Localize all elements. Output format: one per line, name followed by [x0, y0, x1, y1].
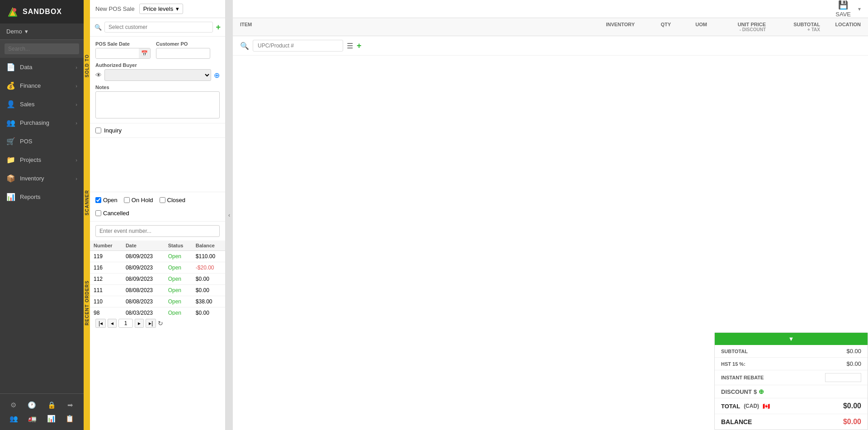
logout-icon[interactable]: ➡ — [67, 401, 73, 409]
authorized-buyer-label: Authorized Buyer — [95, 62, 220, 68]
instant-rebate-input[interactable] — [825, 373, 861, 382]
user-menu[interactable]: Demo ▾ — [0, 24, 84, 40]
last-page-button[interactable]: ▸| — [146, 319, 156, 328]
settings-icon[interactable]: ⚙ — [10, 401, 16, 409]
expand-icon[interactable]: ▾ — [858, 6, 861, 12]
pos-sale-date-input[interactable]: 2023-08-09 — [96, 48, 139, 58]
notes-group: Notes — [95, 85, 220, 118]
notes-textarea[interactable] — [95, 91, 220, 118]
sidebar-item-purchasing[interactable]: 👥 Purchasing › — [0, 113, 84, 132]
next-page-button[interactable]: ▸ — [135, 319, 144, 328]
username: Demo — [6, 28, 22, 35]
col-balance: Balance — [192, 241, 225, 251]
chart-icon[interactable]: 📊 — [47, 415, 56, 423]
status-cancelled-checkbox[interactable] — [95, 210, 101, 216]
panel-collapse-handle[interactable]: ‹ — [226, 0, 233, 430]
first-page-button[interactable]: |◂ — [95, 319, 106, 328]
chevron-right-icon-sales: › — [75, 102, 77, 107]
new-pos-sale-title: New POS Sale — [95, 5, 135, 12]
status-closed-checkbox[interactable] — [160, 197, 165, 203]
page-number-input[interactable] — [118, 319, 133, 328]
col-status: Status — [165, 241, 192, 251]
status-onhold-filter[interactable]: On Hold — [124, 197, 153, 203]
product-search-input[interactable] — [253, 40, 343, 52]
lock-icon[interactable]: 🔒 — [47, 401, 56, 409]
balance-value: $0.00 — [843, 418, 861, 426]
add-item-button[interactable]: + — [357, 41, 362, 51]
add-customer-button[interactable]: + — [216, 23, 221, 32]
col-date: Date — [122, 241, 165, 251]
save-icon: 💾 — [838, 0, 848, 10]
table-row[interactable]: 119 08/09/2023 Open $110.00 — [90, 251, 225, 262]
notes-label: Notes — [95, 85, 220, 90]
sidebar-item-label-inventory: Inventory — [20, 175, 44, 182]
order-balance: $0.00 — [192, 307, 225, 316]
customer-po-input[interactable] — [156, 48, 210, 59]
add-buyer-button[interactable]: ⊕ — [214, 71, 220, 80]
table-row[interactable]: 116 08/09/2023 Open -$20.00 — [90, 262, 225, 274]
col-qty: QTY — [635, 22, 671, 32]
sidebar-item-finance[interactable]: 💰 Finance › — [0, 76, 84, 95]
sidebar: SANDBOX Demo ▾ 📄 Data › 💰 Finance › 👤 Sa… — [0, 0, 84, 430]
calendar-icon[interactable]: 📅 — [139, 48, 150, 58]
menu-icon[interactable]: ☰ — [347, 42, 353, 50]
col-subtotal: SUBTOTAL + TAX — [766, 22, 820, 32]
order-balance: $0.00 — [192, 274, 225, 285]
status-cancelled-filter[interactable]: Cancelled — [95, 210, 129, 217]
prev-page-button[interactable]: ◂ — [108, 319, 117, 328]
pos-icon: 🛒 — [6, 137, 15, 146]
eye-icon[interactable]: 👁 — [95, 71, 102, 79]
sidebar-item-label-projects: Projects — [20, 156, 41, 163]
sold-to-form: POS Sale Date 2023-08-09 📅 Customer PO A… — [90, 37, 225, 123]
refresh-icon[interactable]: ↻ — [158, 320, 163, 327]
customer-search-input[interactable] — [104, 22, 213, 33]
sidebar-item-inventory[interactable]: 📦 Inventory › — [0, 169, 84, 188]
truck-icon[interactable]: 🚛 — [28, 415, 37, 423]
sidebar-item-data[interactable]: 📄 Data › — [0, 58, 84, 76]
inquiry-checkbox[interactable] — [95, 128, 101, 133]
price-level-dropdown[interactable]: Price levels ▾ — [139, 4, 183, 14]
status-open-checkbox[interactable] — [95, 197, 101, 203]
order-number: 98 — [90, 307, 122, 316]
sidebar-item-pos[interactable]: 🛒 POS — [0, 132, 84, 151]
total-row: TOTAL (CAD) 🇨🇦 $0.00 — [715, 398, 868, 414]
col-location: LOCATION — [820, 22, 861, 32]
sidebar-item-reports[interactable]: 📊 Reports — [0, 188, 84, 206]
sidebar-item-sales[interactable]: 👤 Sales › — [0, 95, 84, 113]
customer-search-icon: 🔍 — [94, 24, 102, 31]
authorized-buyer-select[interactable] — [104, 69, 211, 81]
sidebar-item-projects[interactable]: 📁 Projects › — [0, 151, 84, 169]
table-row[interactable]: 112 08/09/2023 Open $0.00 — [90, 274, 225, 285]
status-closed-filter[interactable]: Closed — [160, 197, 185, 203]
order-balance: $38.00 — [192, 296, 225, 307]
left-panel-top-bar: New POS Sale Price levels ▾ — [90, 0, 225, 18]
status-filter-bar: Open On Hold Closed Cancelled — [90, 192, 225, 222]
save-button[interactable]: 💾 SAVE — [832, 0, 854, 19]
chevron-right-icon-inventory: › — [75, 176, 77, 181]
total-value: $0.00 — [843, 402, 861, 410]
customer-po-group: Customer PO — [156, 41, 210, 59]
event-number-input[interactable] — [95, 225, 220, 237]
table-row[interactable]: 111 08/08/2023 Open $0.00 — [90, 285, 225, 296]
col-uom: UOM — [671, 22, 707, 32]
order-date: 08/09/2023 — [122, 251, 165, 262]
item-table-header: ITEM INVENTORY QTY UOM UNIT PRICE - DISC… — [233, 18, 868, 36]
customer-search-bar: 🔍 + — [90, 18, 225, 37]
chevron-right-icon-projects: › — [75, 157, 77, 163]
table-row[interactable]: 110 08/08/2023 Open $38.00 — [90, 296, 225, 307]
discount-plus-icon[interactable]: ⊕ — [759, 388, 764, 395]
hst-row: HST 15 %: $0.00 — [715, 358, 868, 370]
table-row[interactable]: 98 08/03/2023 Open $0.00 — [90, 307, 225, 316]
status-onhold-checkbox[interactable] — [124, 197, 130, 203]
order-date: 08/03/2023 — [122, 307, 165, 316]
team-icon[interactable]: 👥 — [9, 415, 18, 423]
sidebar-search-input[interactable] — [5, 43, 79, 54]
status-open-filter[interactable]: Open — [95, 197, 118, 203]
sidebar-item-label-sales: Sales — [20, 101, 35, 108]
summary-toggle-button[interactable]: ▼ — [715, 333, 868, 345]
main-panel: 💾 SAVE ▾ ITEM INVENTORY QTY UOM UNIT PRI… — [233, 0, 868, 430]
order-date: 08/09/2023 — [122, 262, 165, 274]
clipboard-icon[interactable]: 📋 — [66, 415, 74, 423]
sidebar-item-label-data: Data — [20, 64, 32, 71]
clock-icon[interactable]: 🕐 — [28, 401, 36, 409]
